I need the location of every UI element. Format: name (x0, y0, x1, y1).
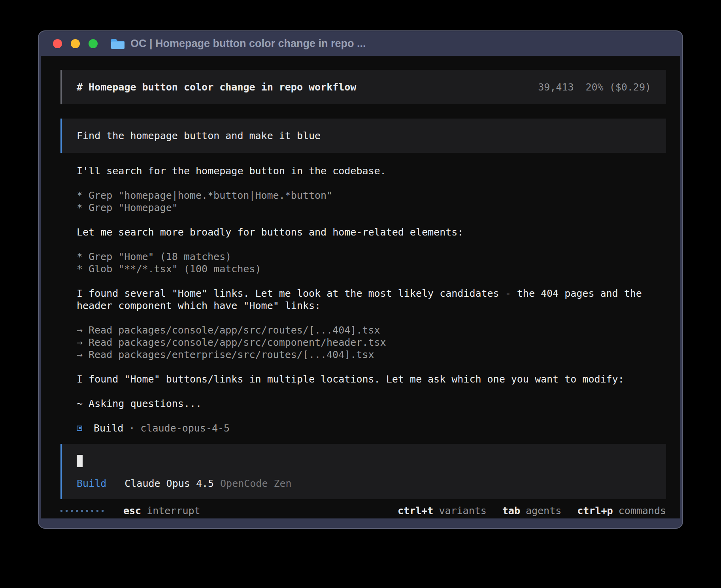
shortcut-interrupt: esc interrupt (123, 505, 200, 517)
fullscreen-button[interactable] (89, 39, 98, 48)
shortcut-commands: ctrl+p commands (577, 505, 666, 517)
assistant-text: I found "Home" buttons/links in multiple… (77, 373, 666, 385)
tab-key: tab (502, 505, 520, 517)
tool-call-label: Grep "homepage|home.*button|Home.*button… (89, 190, 332, 201)
input-meta: Build Claude Opus 4.5 OpenCode Zen (77, 477, 651, 490)
user-message-text: Find the homepage button and make it blu… (77, 130, 321, 141)
read-tool-call: →Read packages/enterprise/src/routes/[..… (77, 349, 666, 361)
read-file-path: Read packages/enterprise/src/routes/[...… (89, 349, 374, 360)
close-button[interactable] (53, 39, 62, 48)
context-percentage: 20% (585, 81, 603, 93)
titlebar: OC | Homepage button color change in rep… (39, 31, 682, 56)
agents-label: agents (526, 505, 561, 517)
assistant-text: Let me search more broadly for buttons a… (77, 226, 666, 238)
esc-key: esc (123, 505, 141, 517)
tool-call: *Grep "Home" (18 matches) (77, 251, 666, 263)
tool-call: *Glob "**/*.tsx" (100 matches) (77, 263, 666, 275)
session-cost: ($0.29) (610, 81, 651, 93)
input-agent-label[interactable]: Build (77, 477, 106, 490)
shortcut-variants: ctrl+t variants (398, 505, 487, 517)
read-tool-call: →Read packages/console/app/src/component… (77, 336, 666, 349)
shortcut-agents: tab agents (502, 505, 561, 517)
commands-label: commands (619, 505, 666, 517)
agent-badge: Build · claude-opus-4-5 (77, 422, 666, 434)
tool-call-icon: * (77, 202, 83, 214)
read-file-path: Read packages/console/app/src/component/… (89, 337, 386, 348)
text-cursor (77, 455, 83, 467)
agent-square-icon (77, 426, 82, 431)
session-stats: 39,413 20% ($0.29) (538, 81, 651, 93)
dot-separator: · (129, 422, 135, 434)
prompt-input[interactable]: Build Claude Opus 4.5 OpenCode Zen (60, 444, 666, 499)
ctrl-t-key: ctrl+t (398, 505, 433, 517)
assistant-text: I found several "Home" links. Let me loo… (77, 287, 666, 312)
status-bar: esc interrupt ctrl+t variants tab agents… (60, 505, 666, 517)
session-header: # Homepage button color change in repo w… (60, 70, 666, 104)
token-count: 39,413 (538, 81, 574, 93)
window-bottom-edge (39, 518, 682, 528)
input-model-label[interactable]: Claude Opus 4.5 (125, 477, 214, 490)
agent-model: claude-opus-4-5 (140, 422, 230, 434)
tool-call: *Grep "homepage|home.*button|Home.*butto… (77, 189, 666, 202)
window-title: OC | Homepage button color change in rep… (130, 38, 366, 50)
read-arrow-icon: → (77, 324, 83, 336)
read-file-path: Read packages/console/app/src/routes/[..… (89, 324, 380, 336)
ctrl-p-key: ctrl+p (577, 505, 613, 517)
assistant-transcript: I'll search for the homepage button in t… (60, 165, 666, 434)
tool-call: *Grep "Homepage" (77, 202, 666, 214)
read-tool-call: →Read packages/console/app/src/routes/[.… (77, 324, 666, 336)
input-provider-label: OpenCode Zen (220, 477, 292, 490)
esc-label: interrupt (147, 505, 200, 517)
read-arrow-icon: → (77, 336, 83, 349)
tool-call-icon: * (77, 251, 83, 263)
working-spinner-dots (60, 510, 104, 512)
user-message: Find the homepage button and make it blu… (60, 119, 666, 153)
minimize-button[interactable] (71, 39, 80, 48)
working-status-text: ~ Asking questions... (77, 398, 666, 410)
app-window: OC | Homepage button color change in rep… (38, 30, 683, 529)
session-title: # Homepage button color change in repo w… (77, 81, 356, 93)
terminal-content: # Homepage button color change in repo w… (41, 56, 680, 518)
tool-call-icon: * (77, 189, 83, 202)
tool-call-label: Glob "**/*.tsx" (100 matches) (89, 263, 261, 275)
tool-call-label: Grep "Home" (18 matches) (89, 251, 231, 262)
tool-call-icon: * (77, 263, 83, 275)
traffic-lights (53, 39, 98, 48)
folder-icon (110, 38, 125, 49)
agent-name: Build (94, 422, 123, 434)
variants-label: variants (439, 505, 486, 517)
assistant-text: I'll search for the homepage button in t… (77, 165, 666, 177)
read-arrow-icon: → (77, 349, 83, 361)
tool-call-label: Grep "Homepage" (89, 202, 178, 213)
